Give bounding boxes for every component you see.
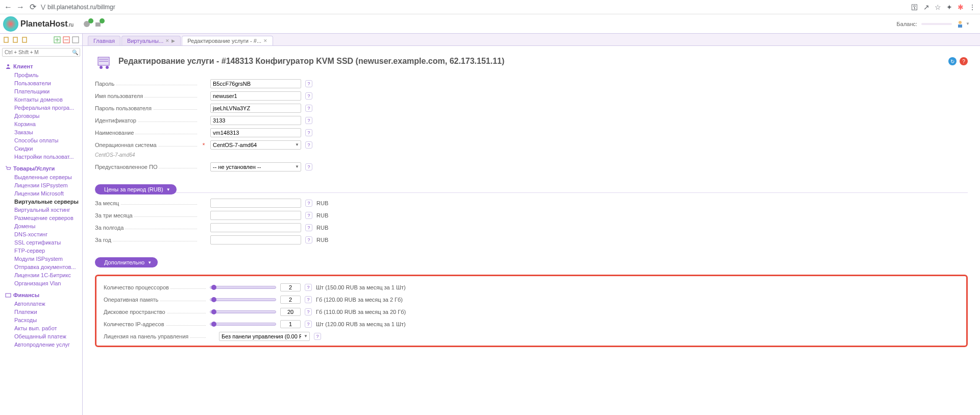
nav-header-products[interactable]: Товары/Услуги — [0, 164, 82, 173]
help-icon[interactable]: ? — [305, 117, 312, 124]
nav-item[interactable]: Контакты доменов — [14, 95, 82, 104]
nav-item[interactable]: Реферальная програ... — [14, 104, 82, 112]
help-icon[interactable]: ? — [305, 80, 312, 87]
nav-item[interactable]: Автопродление услуг — [14, 340, 82, 349]
help-icon[interactable]: ? — [305, 141, 312, 149]
share-icon[interactable]: ↗ — [923, 3, 929, 11]
tab-edit-active[interactable]: Редактирование услуги - #... ✕ — [182, 36, 273, 45]
nav-item[interactable]: Пользователи — [14, 79, 82, 87]
browser-back-icon[interactable]: ← — [4, 3, 12, 11]
nav-item[interactable]: Отправка документов... — [14, 263, 82, 271]
clipboard-icon[interactable] — [21, 36, 29, 43]
nav-item[interactable]: Корзина — [14, 120, 82, 128]
logo[interactable]: PlanetaHost.ru — [0, 16, 74, 32]
browser-url-bar[interactable]: ⋁ bill.planetahost.ru/billmgr — [41, 4, 115, 11]
sidebar-search-input[interactable] — [2, 48, 80, 57]
slider-thumb[interactable] — [211, 297, 216, 302]
price-year-input[interactable] — [210, 235, 301, 245]
copy-icon[interactable] — [3, 36, 10, 43]
ram-value-input[interactable] — [280, 296, 301, 304]
price-month-input[interactable] — [210, 199, 301, 208]
nav-item-active[interactable]: Виртуальные серверы — [14, 198, 82, 206]
nav-item[interactable]: DNS-хостинг — [14, 230, 82, 238]
nav-item[interactable]: Договоры — [14, 112, 82, 120]
help-icon[interactable]: ? — [305, 163, 312, 170]
tab-close-icon[interactable]: ✕ — [263, 38, 267, 43]
nav-item[interactable]: Плательщики — [14, 87, 82, 95]
add-icon[interactable] — [54, 36, 61, 43]
nav-header-client[interactable]: Клиент — [0, 62, 82, 71]
ip-slider[interactable] — [210, 323, 276, 326]
disk-slider[interactable] — [210, 310, 276, 313]
nav-item[interactable]: Лицензии ISPsystem — [14, 181, 82, 189]
help-icon[interactable]: ? — [305, 129, 312, 136]
nav-item[interactable]: Заказы — [14, 128, 82, 136]
browser-reload-icon[interactable]: ⟳ — [29, 3, 37, 11]
help-icon[interactable]: ? — [305, 224, 312, 231]
nav-item[interactable]: Лицензии 1С-Битрикс — [14, 271, 82, 279]
password-input[interactable] — [210, 79, 301, 88]
help-icon[interactable]: ? — [305, 308, 312, 315]
slider-thumb[interactable] — [211, 322, 216, 327]
nav-item[interactable]: Платежи — [14, 308, 82, 316]
cart-top-icon[interactable] — [94, 20, 102, 28]
nav-item[interactable]: SSL сертификаты — [14, 238, 82, 247]
nav-item[interactable]: FTP-сервер — [14, 247, 82, 255]
price-halfyear-input[interactable] — [210, 223, 301, 232]
help-icon[interactable]: ? — [314, 333, 321, 340]
browser-forward-icon[interactable]: → — [16, 3, 24, 11]
tab-home[interactable]: Главная — [88, 36, 120, 45]
help-icon[interactable]: ? — [305, 284, 312, 291]
help-icon[interactable]: ? — [305, 236, 312, 243]
user-password-input[interactable] — [210, 104, 301, 113]
license-select[interactable]: Без панели управления (0.00 RUB за м — [219, 332, 310, 341]
nav-item[interactable]: Способы оплаты — [14, 136, 82, 144]
expand-icon[interactable] — [72, 36, 79, 43]
menu-icon[interactable]: ⋮ — [969, 3, 976, 11]
disk-value-input[interactable] — [280, 308, 301, 316]
username-input[interactable] — [210, 91, 301, 101]
help-icon[interactable]: ? — [305, 105, 312, 112]
nav-item[interactable]: Виртуальный хостинг — [14, 206, 82, 214]
tab-close-icon[interactable]: ✕ — [165, 38, 169, 43]
nav-item[interactable]: Выделенные серверы — [14, 173, 82, 181]
cpu-value-input[interactable] — [280, 283, 301, 291]
puzzle-icon[interactable]: ✦ — [946, 3, 952, 11]
nav-item[interactable]: Скидки — [14, 144, 82, 153]
slider-thumb[interactable] — [211, 309, 216, 314]
help-icon[interactable]: ? — [305, 200, 312, 207]
nav-item[interactable]: Настройки пользоват... — [14, 153, 82, 161]
nav-item[interactable]: Автоплатеж — [14, 300, 82, 308]
help-round-icon[interactable]: ? — [960, 57, 968, 65]
user-menu[interactable]: ▼ — [956, 20, 970, 28]
notifications-icon[interactable] — [83, 20, 91, 28]
identifier-input[interactable] — [210, 116, 301, 125]
nav-item[interactable]: Модули ISPsystem — [14, 255, 82, 263]
tab-arrow-icon[interactable]: ▶ — [172, 38, 175, 43]
help-icon[interactable]: ? — [305, 296, 312, 303]
cpu-slider[interactable] — [210, 286, 276, 289]
help-icon[interactable]: ? — [305, 92, 312, 100]
price-3month-input[interactable] — [210, 211, 301, 220]
reload-icon[interactable]: ↻ — [948, 57, 957, 65]
name-input[interactable] — [210, 128, 301, 137]
help-icon[interactable]: ? — [305, 321, 312, 328]
preinstalled-select[interactable]: -- не установлен -- — [210, 162, 301, 172]
nav-item[interactable]: Размещение серверов — [14, 214, 82, 222]
slider-thumb[interactable] — [211, 285, 216, 290]
remove-icon[interactable] — [63, 36, 70, 43]
ram-slider[interactable] — [210, 298, 276, 301]
key-icon[interactable]: ⚿ — [911, 3, 918, 11]
nav-item[interactable]: Организация Vlan — [14, 279, 82, 287]
nav-header-finance[interactable]: Финансы — [0, 290, 82, 300]
tab-virtual[interactable]: Виртуальны... ✕ ▶ — [121, 36, 181, 45]
additional-section-header[interactable]: Дополнительно ▼ — [95, 257, 158, 267]
nav-item[interactable]: Лицензии Microsoft — [14, 189, 82, 198]
os-select[interactable]: CentOS-7-amd64 — [210, 140, 301, 150]
paste-icon[interactable] — [12, 36, 19, 43]
ip-value-input[interactable] — [280, 320, 301, 328]
nav-item[interactable]: Обещанный платеж — [14, 332, 82, 340]
nav-item[interactable]: Профиль — [14, 71, 82, 79]
help-icon[interactable]: ? — [305, 212, 312, 219]
nav-item[interactable]: Домены — [14, 222, 82, 230]
